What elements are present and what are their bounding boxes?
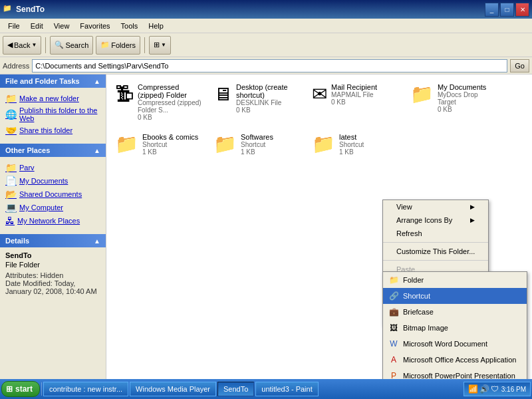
taskbar-item-sendto-label: SendTo (223, 385, 248, 393)
cm-arrange-label: Arrange Icons By (396, 216, 452, 224)
details-section: Details ▲ SendTo File Folder Attributes:… (0, 234, 106, 299)
parv-link[interactable]: 📁 Parv (5, 161, 100, 174)
search-icon: 🔍 (55, 41, 64, 49)
system-tray: 📶 🔊 🛡 3:16 PM (464, 382, 531, 396)
start-button[interactable]: ⊞ start (1, 381, 40, 397)
view-dropdown-icon: ▼ (161, 42, 166, 48)
back-button[interactable]: ◀ Back ▼ (3, 36, 41, 55)
sm-shortcut-label: Shortcut (403, 292, 430, 300)
cm-view-label: View (396, 203, 412, 211)
cm-sep-1 (383, 242, 488, 243)
parv-icon: 📁 (5, 162, 17, 173)
file-item-mail[interactable]: ✉ Mail Recipient MAPMAIL File 0 KB (309, 80, 402, 124)
make-new-folder-link[interactable]: 📁 Make a new folder (5, 92, 100, 105)
sm-access[interactable]: A Microsoft Office Access Application (383, 352, 527, 368)
cm-refresh-label: Refresh (396, 229, 422, 237)
file-item-mydocs[interactable]: 📁 My Documents MyDocs Drop Target 0 KB (407, 80, 500, 124)
mail-icon: ✉ (312, 83, 327, 105)
taskbar-item-contribute[interactable]: contribute : new instr... (43, 382, 128, 396)
menu-help[interactable]: Help (143, 21, 169, 31)
softwares-info: Softwares Shortcut 1 KB (241, 133, 273, 156)
my-computer-link[interactable]: 💻 My Computer (5, 201, 100, 214)
maximize-button[interactable]: □ (500, 3, 514, 17)
taskbar-item-media-player[interactable]: Windows Media Player (130, 382, 216, 396)
sm-folder[interactable]: 📁 Folder (383, 272, 527, 288)
sm-briefcase-label: Briefcase (403, 308, 434, 316)
folders-label: Folders (111, 41, 136, 49)
share-folder-link[interactable]: 🤝 Share this folder (5, 124, 100, 137)
view-icon: ⊞ (154, 41, 160, 49)
sm-bitmap[interactable]: 🖼 Bitmap Image (383, 320, 527, 336)
mydocs-info: My Documents MyDocs Drop Target 0 KB (438, 83, 497, 113)
sm-briefcase[interactable]: 💼 Briefcase (383, 304, 527, 320)
my-documents-link[interactable]: 📄 My Documents (5, 174, 100, 188)
taskbar-item-contribute-label: contribute : new instr... (49, 385, 122, 393)
publish-folder-link[interactable]: 🌐 Publish this folder to the Web (5, 105, 100, 124)
my-documents-label: My Documents (19, 177, 68, 185)
file-item-softwares[interactable]: 📁 Softwares Shortcut 1 KB (210, 130, 303, 159)
latest-info: latest Shortcut 1 KB (339, 133, 364, 156)
mail-type: MAPMAIL File (331, 91, 377, 98)
softwares-name: Softwares (241, 133, 273, 141)
minimize-button[interactable]: _ (485, 3, 499, 17)
details-label: Details (5, 237, 29, 245)
sm-word-label: Microsoft Word Document (403, 340, 487, 348)
file-item-latest[interactable]: 📁 latest Shortcut 1 KB (309, 130, 402, 159)
file-item-compressed[interactable]: 🗜 Compressed (zipped) Folder Compressed … (112, 80, 205, 124)
file-item-desktop[interactable]: 🖥 Desktop (create shortcut) DESKLINK Fil… (210, 80, 303, 124)
start-logo-icon: ⊞ (6, 384, 13, 394)
my-network-places-link[interactable]: 🖧 My Network Places (5, 214, 100, 227)
shared-documents-link[interactable]: 📂 Shared Documents (5, 188, 100, 201)
menu-file[interactable]: File (3, 21, 25, 31)
shortcut-sm-icon: 🔗 (388, 291, 399, 301)
tray-icons: 📶 🔊 🛡 (468, 384, 499, 394)
compressed-name: Compressed (zipped) Folder (138, 83, 201, 99)
sm-word[interactable]: W Microsoft Word Document (383, 336, 527, 352)
desktop-name: Desktop (create shortcut) (236, 83, 300, 99)
taskbar-item-paint[interactable]: untitled3 - Paint (255, 382, 318, 396)
network-icon: 🖧 (5, 215, 15, 226)
menu-edit[interactable]: Edit (25, 21, 49, 31)
cm-customize[interactable]: Customize This Folder... (383, 245, 488, 258)
search-button[interactable]: 🔍 Search (50, 36, 93, 55)
chevron-icon: ▲ (94, 78, 100, 85)
cm-arrange[interactable]: Arrange Icons By (383, 213, 488, 227)
menu-view[interactable]: View (49, 21, 75, 31)
latest-folder-icon: 📁 (312, 133, 335, 155)
cm-refresh[interactable]: Refresh (383, 227, 488, 240)
other-places-section: Other Places ▲ 📁 Parv 📄 My Documents 📂 S… (0, 144, 106, 231)
my-docs-icon: 📄 (5, 176, 17, 186)
taskbar-item-sendto[interactable]: SendTo (217, 382, 254, 396)
other-places-label: Other Places (5, 146, 50, 154)
compressed-size: 0 KB (138, 114, 201, 121)
latest-name: latest (339, 133, 364, 141)
go-button[interactable]: Go (510, 59, 529, 72)
zip-icon: 🗜 (115, 83, 134, 105)
menu-favorites[interactable]: Favorites (74, 21, 115, 31)
mail-name: Mail Recipient (331, 83, 377, 91)
other-places-header[interactable]: Other Places ▲ (0, 144, 106, 157)
briefcase-sm-icon: 💼 (388, 307, 399, 317)
file-folder-tasks-header[interactable]: File and Folder Tasks ▲ (0, 74, 106, 88)
system-time: 3:16 PM (501, 386, 526, 393)
word-sm-icon: W (388, 338, 399, 349)
menu-tools[interactable]: Tools (116, 21, 144, 31)
close-button[interactable]: ✕ (515, 3, 529, 17)
file-item-ebooks[interactable]: 📁 Ebooks & comics Shortcut 1 KB (112, 130, 205, 159)
my-docs-folder-icon: 📁 (410, 83, 434, 105)
folders-button[interactable]: 📁 Folders (96, 36, 140, 55)
addressbar-input[interactable] (32, 59, 507, 72)
other-places-chevron-icon: ▲ (94, 147, 100, 154)
other-places-content: 📁 Parv 📄 My Documents 📂 Shared Documents… (0, 157, 106, 231)
shared-docs-icon: 📂 (5, 189, 17, 200)
view-button[interactable]: ⊞ ▼ (149, 36, 171, 55)
tray-antivirus-icon: 🛡 (491, 384, 499, 394)
details-header[interactable]: Details ▲ (0, 234, 106, 247)
cm-sep-2 (383, 260, 488, 261)
cm-view[interactable]: View (383, 200, 488, 213)
ebooks-name: Ebooks & comics (142, 133, 198, 141)
sm-shortcut[interactable]: 🔗 Shortcut (383, 288, 527, 304)
compressed-info: Compressed (zipped) Folder Compressed (z… (138, 83, 201, 121)
search-label: Search (65, 41, 88, 49)
details-type: File Folder (5, 261, 100, 269)
